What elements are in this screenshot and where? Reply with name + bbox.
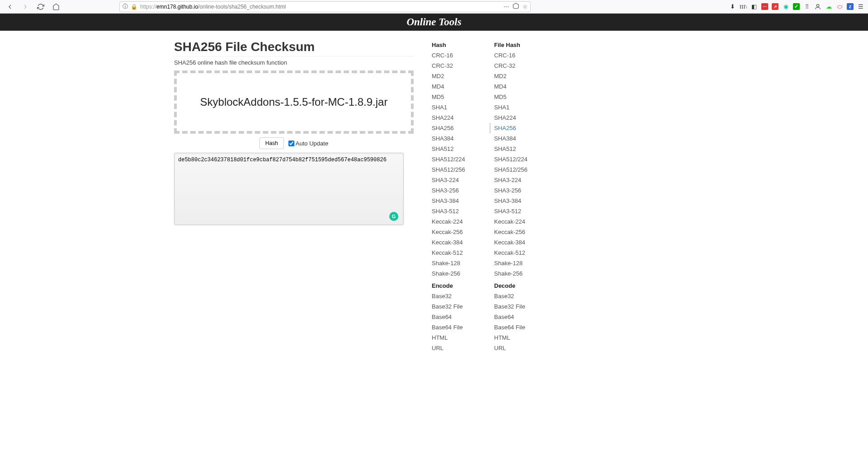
sidebar-hash-item[interactable]: SHA512: [432, 144, 481, 154]
sidebar-filehash-item[interactable]: SHA256: [490, 123, 544, 133]
sidebar-col-1: HashCRC-16CRC-32MD2MD4MD5SHA1SHA224SHA25…: [432, 40, 481, 353]
sidebar-filehash-item[interactable]: SHA512: [494, 144, 544, 154]
sidebar-filehash-item[interactable]: SHA3-224: [494, 175, 544, 185]
menu-icon[interactable]: ☰: [857, 3, 864, 10]
sidebar-filehash-item[interactable]: SHA512/256: [494, 164, 544, 175]
sidebar-hash-item[interactable]: Shake-256: [432, 268, 481, 279]
file-dropzone[interactable]: SkyblockAddons-1.5.5-for-MC-1.8.9.jar: [174, 70, 414, 134]
output-textarea[interactable]: [174, 153, 404, 225]
auto-update-checkbox[interactable]: [288, 140, 294, 146]
sidebar-decode-item[interactable]: URL: [494, 343, 544, 353]
svg-point-0: [816, 4, 819, 6]
sidebar-filehash-item[interactable]: SHA3-256: [494, 185, 544, 196]
toolbar-right: ⬇ III\ ◧ ⋯ ↗ ◉ ✓ ⦙⦙⦙ ☁ ⬭ Z ☰: [729, 3, 864, 10]
download-icon[interactable]: ⬇: [729, 3, 736, 10]
sidebar-filehash-item[interactable]: SHA384: [494, 133, 544, 144]
sidebar-heading-hash: Hash: [432, 40, 481, 50]
sidebar-hash-item[interactable]: SHA256: [432, 123, 481, 133]
forward-button[interactable]: [19, 0, 32, 13]
account-icon[interactable]: [814, 3, 821, 10]
back-button[interactable]: [4, 0, 16, 13]
sidebar-filehash-item[interactable]: MD4: [494, 81, 544, 92]
sidebar-hash-item[interactable]: SHA384: [432, 133, 481, 144]
sidebar-filehash-item[interactable]: Keccak-384: [494, 237, 544, 248]
sidebar-filehash-item[interactable]: CRC-32: [494, 61, 544, 71]
sidebar-hash-item[interactable]: CRC-32: [432, 61, 481, 71]
sidebar-filehash-item[interactable]: MD2: [494, 71, 544, 81]
url-text: https://emn178.github.io/online-tools/sh…: [140, 4, 501, 10]
sidebar-encode-item[interactable]: Base64 File: [432, 322, 481, 332]
page-title: SHA256 File Checksum: [174, 40, 414, 56]
ext-icon-2[interactable]: ↗: [772, 3, 778, 10]
site-banner: Online Tools: [0, 14, 868, 31]
sidebar-filehash-item[interactable]: Keccak-256: [494, 227, 544, 237]
auto-update-label[interactable]: Auto Update: [288, 140, 328, 147]
ext-icon-3[interactable]: ✓: [793, 3, 800, 10]
sidebar-hash-item[interactable]: Keccak-384: [432, 237, 481, 248]
sidebar-hash-item[interactable]: SHA512/256: [432, 164, 481, 175]
reader-icon[interactable]: [513, 3, 519, 10]
sidebar-filehash-item[interactable]: Keccak-512: [494, 248, 544, 258]
sidebar-hash-item[interactable]: SHA3-224: [432, 175, 481, 185]
sidebar-filehash-item[interactable]: Shake-128: [494, 258, 544, 268]
ext-icon-5[interactable]: ☁: [825, 3, 832, 10]
sidebar-filehash-item[interactable]: SHA1: [494, 102, 544, 112]
sidebar-hash-item[interactable]: CRC-16: [432, 50, 481, 61]
sidebar-filehash-item[interactable]: MD5: [494, 92, 544, 102]
sidebar-filehash-item[interactable]: Keccak-224: [494, 216, 544, 227]
grammarly-icon[interactable]: ◉: [782, 3, 789, 10]
sidebar-hash-item[interactable]: Keccak-256: [432, 227, 481, 237]
sidebar-hash-item[interactable]: Keccak-224: [432, 216, 481, 227]
url-bar[interactable]: ⓘ 🔒 https://emn178.github.io/online-tool…: [119, 1, 531, 12]
sidebar-hash-item[interactable]: SHA3-256: [432, 185, 481, 196]
sidebar-encode-item[interactable]: Base32 File: [432, 301, 481, 312]
sidebar-filehash-item[interactable]: Shake-256: [494, 268, 544, 279]
library-icon[interactable]: III\: [740, 3, 747, 10]
sidebar-hash-item[interactable]: SHA3-512: [432, 206, 481, 216]
sidebar-filehash-item[interactable]: CRC-16: [494, 50, 544, 61]
reload-button[interactable]: [34, 0, 47, 13]
sidebar-decode-item[interactable]: HTML: [494, 332, 544, 343]
grammarly-badge-icon[interactable]: G: [389, 212, 398, 221]
ext-icon-4[interactable]: ⦙⦙⦙: [803, 3, 811, 10]
page-subtitle: SHA256 online hash file checksum functio…: [174, 59, 414, 66]
sidebar-decode-item[interactable]: Base64: [494, 312, 544, 322]
sidebar-hash-item[interactable]: MD2: [432, 71, 481, 81]
sidebar-decode-item[interactable]: Base32 File: [494, 301, 544, 312]
bookmark-star-icon[interactable]: ☆: [523, 4, 528, 10]
page-content: SHA256 File Checksum SHA256 online hash …: [174, 31, 694, 353]
sidebar-filehash-item[interactable]: SHA3-384: [494, 196, 544, 206]
lock-icon: 🔒: [131, 4, 137, 10]
sidebar-hash-item[interactable]: SHA224: [432, 112, 481, 123]
sidebar-filehash-item[interactable]: SHA512/224: [494, 154, 544, 164]
sidebar-filehash-item[interactable]: SHA224: [494, 112, 544, 123]
sidebar-hash-item[interactable]: SHA3-384: [432, 196, 481, 206]
sidebar-heading-encode: Encode: [432, 281, 481, 291]
sidebar-hash-item[interactable]: SHA512/224: [432, 154, 481, 164]
ext-icon-z[interactable]: Z: [847, 3, 854, 10]
browser-chrome: ⓘ 🔒 https://emn178.github.io/online-tool…: [0, 0, 868, 14]
sidebar: HashCRC-16CRC-32MD2MD4MD5SHA1SHA224SHA25…: [432, 40, 544, 353]
sidebar-decode-item[interactable]: Base64 File: [494, 322, 544, 332]
sidebar-hash-item[interactable]: SHA1: [432, 102, 481, 112]
sidebar-encode-item[interactable]: Base32: [432, 291, 481, 301]
sidebar-icon[interactable]: ◧: [750, 3, 758, 10]
sidebar-encode-item[interactable]: Base64: [432, 312, 481, 322]
sidebar-hash-item[interactable]: Shake-128: [432, 258, 481, 268]
sidebar-col-2: File HashCRC-16CRC-32MD2MD4MD5SHA1SHA224…: [494, 40, 544, 353]
sidebar-hash-item[interactable]: MD5: [432, 92, 481, 102]
sidebar-hash-item[interactable]: Keccak-512: [432, 248, 481, 258]
page-actions-icon[interactable]: ⋯: [504, 4, 509, 10]
hash-button[interactable]: Hash: [259, 137, 284, 149]
ext-icon-6[interactable]: ⬭: [836, 3, 843, 10]
home-button[interactable]: [50, 0, 62, 13]
sidebar-encode-item[interactable]: URL: [432, 343, 481, 353]
sidebar-filehash-item[interactable]: SHA3-512: [494, 206, 544, 216]
sidebar-encode-item[interactable]: HTML: [432, 332, 481, 343]
banner-title: Online Tools: [406, 16, 461, 28]
sidebar-decode-item[interactable]: Base32: [494, 291, 544, 301]
ext-icon-1[interactable]: ⋯: [761, 3, 768, 10]
controls-row: Hash Auto Update: [174, 137, 414, 149]
dropzone-filename: SkyblockAddons-1.5.5-for-MC-1.8.9.jar: [200, 96, 388, 108]
sidebar-hash-item[interactable]: MD4: [432, 81, 481, 92]
